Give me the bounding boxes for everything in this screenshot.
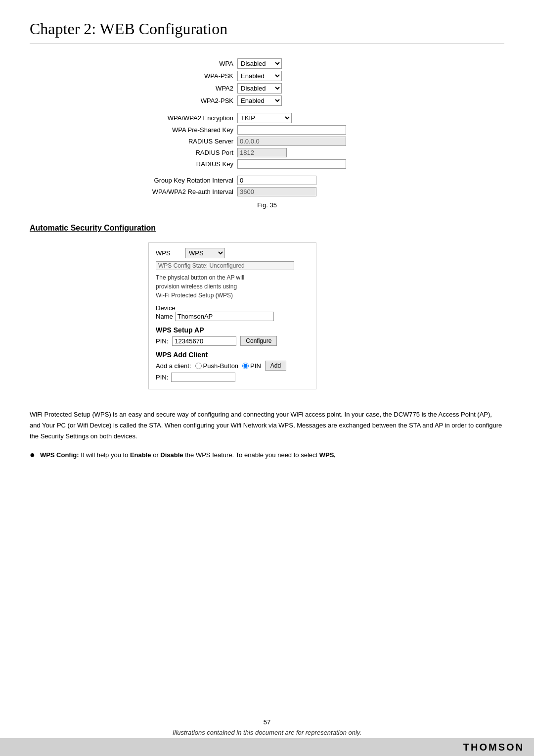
device-label: Device [156,304,176,312]
wpa2psk-row: WPA2-PSK Enabled Disabled [129,95,504,106]
bullet-marker: ● [30,450,35,461]
encryption-label: WPA/WPA2 Encryption [129,114,237,122]
wps-desc: The physical button on the AP willprovis… [156,273,309,300]
bullet-bold3: WPS, [319,451,336,459]
reauth-input[interactable] [237,187,316,196]
description-paragraph: WiFi Protected Setup (WPS) is an easy an… [30,409,504,442]
wps-setup-pin-row: PIN: Configure [156,336,309,346]
wps-setup-title: WPS Setup AP [156,326,309,334]
presharedkey-row: WPA Pre-Shared Key [129,125,504,135]
name-label: Name [156,313,173,320]
client-pin-label: PIN: [156,374,168,381]
radius-key-label: RADIUS Key [129,160,237,168]
bottom-bar: THOMSON [0,738,534,756]
group-key-label: Group Key Rotation Interval [129,177,237,184]
fig35-section: WPA Disabled Enabled WPA-PSK Enabled Dis… [30,58,504,209]
wpa-select[interactable]: Disabled Enabled [237,58,282,69]
radius-server-label: RADIUS Server [129,138,237,145]
radius-server-input[interactable] [237,137,346,146]
wps-select-row: WPS WPS [156,248,309,258]
bullet-bold1: Enable [130,451,151,459]
wps-pin-label: PIN: [156,337,168,345]
group-key-row: Group Key Rotation Interval [129,176,504,185]
bullet-intro: It will help you to [81,451,130,459]
page-title: Chapter 2: WEB Configuration [30,20,504,44]
wps-select[interactable]: WPS [185,248,225,258]
device-name-input[interactable] [175,312,274,321]
presharedkey-label: WPA Pre-Shared Key [129,126,237,134]
bullet-bold2: Disable [160,451,183,459]
page-number: 57 [0,718,534,726]
encryption-row: WPA/WPA2 Encryption TKIP AES TKIP+AES [129,113,504,123]
wpa2-select[interactable]: Disabled Enabled [237,83,282,94]
bullet-label: WPS Config: [40,451,79,459]
wpa2-row: WPA2 Disabled Enabled [129,83,504,94]
wpa-row: WPA Disabled Enabled [129,58,504,69]
wpa2psk-label: WPA2-PSK [129,97,237,104]
presharedkey-input[interactable] [237,125,346,135]
wpapsk-select[interactable]: Enabled Disabled [237,71,282,81]
reauth-row: WPA/WPA2 Re-auth Interval [129,187,504,196]
add-button[interactable]: Add [265,361,286,371]
radius-key-row: RADIUS Key [129,159,504,169]
pin-radio-label[interactable]: PIN [242,362,261,370]
wps-label: WPS [156,249,185,257]
radius-server-row: RADIUS Server [129,137,504,146]
auto-security-title: Automatic Security Configuration [30,224,504,233]
wps-add-client-title: WPS Add Client [156,351,309,359]
wps-add-client-row: Add a client: Push-Button PIN Add [156,361,309,371]
group-key-input[interactable] [237,176,316,185]
device-name-row: Name [156,312,309,321]
client-pin-input[interactable] [171,373,235,382]
pin-label: PIN [250,362,261,370]
push-button-label: Push-Button [203,362,239,370]
wpa-form: WPA Disabled Enabled WPA-PSK Enabled Dis… [129,58,504,196]
radius-port-label: RADIUS Port [129,149,237,156]
fig35-caption: Fig. 35 [30,201,504,209]
wpapsk-label: WPA-PSK [129,72,237,80]
wps-box: WPS WPS The physical button on the AP wi… [148,242,316,389]
wps-pin-input[interactable] [172,336,236,346]
bullet-or: or [153,451,160,459]
wps-config-state-row [156,261,309,270]
wps-config-state-input [156,261,294,270]
page-footer: 57 Illustrations contained in this docum… [0,718,534,736]
radius-key-input[interactable] [237,159,346,169]
push-button-radio-label[interactable]: Push-Button [195,362,239,370]
bullet-rest: the WPS feature. To enable you need to s… [185,451,319,459]
configure-button[interactable]: Configure [240,336,277,346]
wpapsk-row: WPA-PSK Enabled Disabled [129,71,504,81]
reauth-label: WPA/WPA2 Re-auth Interval [129,188,237,195]
pin-radio[interactable] [242,363,249,369]
radius-port-row: RADIUS Port [129,148,504,157]
add-client-label: Add a client: [156,362,191,370]
push-button-radio[interactable] [195,363,202,369]
encryption-select[interactable]: TKIP AES TKIP+AES [237,113,292,123]
wpa2-label: WPA2 [129,85,237,92]
client-pin-row: PIN: [156,373,309,382]
wpa2psk-select[interactable]: Enabled Disabled [237,95,282,106]
thomson-logo: THOMSON [463,742,524,753]
auto-security-section: Automatic Security Configuration WPS WPS… [30,224,504,461]
footer-note: Illustrations contained in this document… [0,729,534,736]
radius-port-input[interactable] [237,148,287,157]
bullet-text: WPS Config: It will help you to Enable o… [40,450,336,461]
wpa-label: WPA [129,60,237,67]
bullet-item: ● WPS Config: It will help you to Enable… [30,450,504,461]
